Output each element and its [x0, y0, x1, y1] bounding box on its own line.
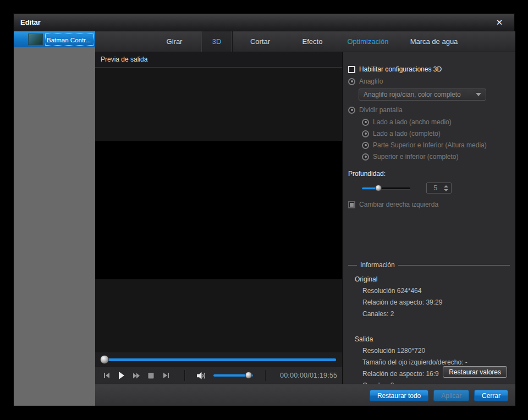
side-by-side-full-row: Lado a lado (completo) [362, 130, 510, 137]
close-dialog-button[interactable]: Cerrar [474, 390, 508, 401]
play-button[interactable] [117, 372, 125, 380]
time-display: 00:00:00/01:19:55 [280, 372, 337, 379]
output-resolution: Resolución 1280*720 [362, 347, 510, 355]
edit-dialog: Editar ✕ Batman Contr... Girar 3D Cortar… [13, 13, 515, 406]
original-title: Original [355, 275, 510, 283]
preview-title: Previa de salida [95, 52, 342, 68]
side-by-side-full-label: Lado a lado (completo) [373, 130, 441, 137]
top-bottom-full-radio[interactable] [362, 153, 369, 161]
swap-row: Cambiar derecha izquierda [348, 201, 510, 208]
preview-panel: Previa de salida [95, 52, 343, 384]
depth-slider-thumb[interactable] [375, 185, 382, 191]
swap-left-right-label: Cambiar derecha izquierda [359, 201, 438, 208]
controls-divider [265, 370, 266, 381]
anaglyph-mode-select[interactable]: Anaglifo rojo/cian, color completo [359, 89, 486, 101]
original-channels: Canales: 2 [362, 310, 510, 318]
tab-marca-de-agua[interactable]: Marca de agua [399, 31, 469, 52]
top-bottom-full-row: Superior e inferior (completo) [362, 153, 510, 161]
volume-thumb[interactable] [245, 372, 252, 379]
spinner-arrows [444, 185, 448, 191]
info-spacer [348, 318, 510, 329]
volume-slider[interactable] [213, 374, 253, 377]
spinner-up-icon[interactable] [444, 185, 448, 187]
split-screen-row: Dividir pantalla [348, 106, 510, 114]
settings-panel: Habilitar configuraciones 3D Anaglifo An… [343, 52, 515, 384]
video-display [95, 141, 342, 279]
original-aspect-ratio: Relación de aspecto: 39:29 [362, 299, 510, 306]
close-icon[interactable]: ✕ [492, 16, 507, 29]
original-resolution: Resolución 624*464 [362, 287, 510, 295]
file-list-item[interactable]: Batman Contr... [14, 31, 95, 47]
depth-label: Profundidad: [348, 170, 510, 178]
depth-value: 5 [427, 184, 444, 192]
seek-bar-row [95, 352, 342, 367]
enable-3d-checkbox[interactable] [348, 66, 355, 73]
output-eye-size: Tamaño del ojo izquierdo/derecho: - [362, 358, 510, 366]
tab-girar[interactable]: Girar [148, 31, 201, 52]
tab-cortar[interactable]: Cortar [233, 31, 288, 52]
restore-all-button[interactable]: Restaurar todo [370, 390, 428, 401]
tab-optimizacion[interactable]: Optimización [337, 31, 399, 52]
top-bottom-half-radio[interactable] [362, 142, 369, 149]
file-name-selection: Batman Contr... [45, 34, 94, 46]
top-bottom-full-label: Superior e inferior (completo) [373, 153, 458, 161]
swap-left-right-checkbox[interactable] [348, 201, 355, 208]
stop-button[interactable] [147, 372, 155, 380]
tab-bar: Girar 3D Cortar Efecto Optimización Marc… [95, 31, 515, 52]
legend-line [348, 265, 357, 266]
depth-slider-row: 5 [362, 183, 510, 194]
anaglyph-label: Anaglifo [359, 78, 383, 85]
top-bottom-half-row: Parte Superior e Inferior (Altura media) [362, 141, 510, 149]
side-by-side-half-row: Lado a lado (ancho medio) [362, 118, 510, 126]
next-frame-button[interactable] [162, 372, 170, 380]
anaglyph-row: Anaglifo [348, 78, 510, 85]
file-name: Batman Contr... [47, 37, 91, 43]
video-thumbnail [28, 34, 43, 45]
side-by-side-full-radio[interactable] [362, 130, 369, 137]
footer-bar: Restaurar todo Aplicar Cerrar [95, 384, 515, 406]
fast-forward-button[interactable] [132, 372, 140, 380]
anaglyph-mode-value: Anaglifo rojo/cian, color completo [364, 91, 476, 98]
depth-spinner[interactable]: 5 [426, 183, 452, 194]
screen-background: Editar ✕ Batman Contr... Girar 3D Cortar… [0, 0, 528, 420]
tab-3d[interactable]: 3D [201, 31, 233, 52]
controls-divider [184, 370, 185, 381]
side-by-side-half-radio[interactable] [362, 119, 369, 126]
top-bottom-half-label: Parte Superior e Inferior (Altura media) [373, 141, 487, 149]
split-screen-label: Dividir pantalla [359, 106, 403, 114]
volume-icon[interactable] [197, 372, 207, 380]
playback-controls: 00:00:00/01:19:55 [95, 367, 342, 384]
apply-button[interactable]: Aplicar [433, 390, 469, 401]
previous-frame-button[interactable] [102, 372, 111, 380]
file-list: Batman Contr... [14, 31, 95, 406]
enable-3d-row: Habilitar configuraciones 3D [348, 65, 510, 73]
anaglyph-radio[interactable] [348, 78, 355, 85]
seek-thumb[interactable] [100, 355, 109, 364]
content-area: Previa de salida [95, 52, 515, 384]
window-title: Editar [14, 18, 41, 26]
split-screen-radio[interactable] [348, 107, 355, 114]
swap-checkbox-fill [350, 203, 354, 207]
restore-values-button[interactable]: Restaurar valores [443, 366, 507, 378]
title-bar[interactable]: Editar ✕ [14, 14, 514, 31]
output-title: Salida [355, 335, 510, 343]
chevron-down-icon [476, 93, 481, 96]
information-legend: Información [360, 261, 395, 269]
side-by-side-half-label: Lado a lado (ancho medio) [373, 118, 452, 126]
depth-slider[interactable] [362, 187, 410, 189]
preview-area [95, 68, 342, 352]
spinner-down-icon[interactable] [444, 189, 448, 191]
enable-3d-label: Habilitar configuraciones 3D [359, 65, 442, 73]
main-area: Girar 3D Cortar Efecto Optimización Marc… [95, 31, 515, 406]
seek-bar[interactable] [101, 358, 336, 361]
tab-efecto[interactable]: Efecto [288, 31, 337, 52]
information-group: Información [348, 261, 510, 269]
legend-line [398, 265, 510, 266]
